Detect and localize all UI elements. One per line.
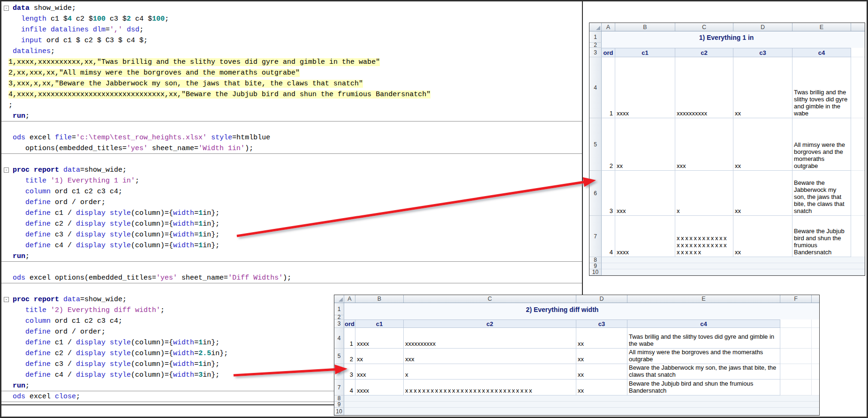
table-cell[interactable]: xx (576, 364, 627, 380)
column-header[interactable]: C (675, 23, 733, 31)
empty-row[interactable] (344, 395, 819, 402)
table-cell[interactable]: xxxx (615, 57, 675, 118)
row-header[interactable]: 4 (589, 57, 602, 118)
column-header[interactable]: F (780, 295, 812, 303)
column-header[interactable]: D (733, 23, 793, 31)
table-column-header[interactable]: c4 (627, 319, 780, 328)
empty-row[interactable] (344, 408, 819, 415)
table-column-header[interactable]: c2 (675, 48, 733, 57)
table-cell[interactable]: x (404, 364, 576, 380)
table-cell[interactable]: xxx (404, 349, 576, 364)
table-cell[interactable]: xxxxxxxxxxxxxxxxxxxxxxxxxxxxxx (404, 380, 576, 395)
table-cell[interactable]: xx (733, 57, 793, 118)
table-column-header[interactable]: c3 (576, 319, 627, 328)
table-cell[interactable]: 1 (602, 57, 615, 118)
row-header[interactable]: 2 (334, 315, 344, 319)
row-header[interactable]: 5 (334, 349, 344, 364)
table-cell[interactable]: xxxxxxxxxxxxxxxxxxxxxxxxxxxxxx (675, 216, 733, 257)
table-cell[interactable]: All mimsy were the borgroves and the mom… (793, 118, 851, 171)
table-cell[interactable]: 4 (602, 216, 615, 257)
column-header[interactable]: B (355, 295, 404, 303)
table-cell[interactable]: xxxx (355, 328, 404, 349)
table-cell[interactable]: Beware the Jabberwock my son, the jaws t… (627, 364, 780, 380)
table-cell[interactable]: 2 (344, 349, 355, 364)
table-cell[interactable]: xxx (615, 171, 675, 216)
empty-row[interactable] (602, 263, 865, 269)
table-cell[interactable]: 4 (344, 380, 355, 395)
fold-collapse-icon[interactable]: - (4, 6, 9, 11)
code-line: infile datalines dlm=',' dsd; (0, 24, 582, 35)
table-column-header[interactable]: ord (602, 48, 615, 57)
table-cell[interactable]: All mimsy were the borgroves and the mom… (627, 349, 780, 364)
table-cell[interactable]: 1 (344, 328, 355, 349)
table-cell[interactable]: Beware the Jubjub bird and shun the frum… (627, 380, 780, 395)
blank-cell[interactable] (780, 328, 812, 349)
screenshot-canvas: - data show_wide; length c1 $4 c2 $100 c… (0, 0, 868, 418)
row-header[interactable]: 9 (334, 402, 344, 408)
code-line: define c4 / display style(column)={width… (0, 240, 582, 251)
row-header[interactable]: 3 (589, 48, 602, 57)
row-header[interactable]: 1 (589, 31, 602, 43)
table-cell[interactable]: xxxxxxxxxx (404, 328, 576, 349)
row-header[interactable]: 4 (334, 328, 344, 349)
column-header[interactable]: C (404, 295, 576, 303)
empty-row[interactable] (602, 269, 865, 275)
fold-collapse-icon[interactable]: - (4, 167, 9, 173)
table-cell[interactable]: xx (733, 118, 793, 171)
empty-row[interactable] (344, 402, 819, 408)
column-header[interactable]: B (615, 23, 675, 31)
table-cell[interactable]: Twas brillig and the slithy toves did gy… (793, 57, 851, 118)
row-header[interactable]: 10 (334, 408, 344, 415)
table-cell[interactable]: xx (576, 328, 627, 349)
table-cell[interactable]: 3 (602, 171, 615, 216)
column-header[interactable]: A (602, 23, 615, 31)
table-cell[interactable]: xx (576, 380, 627, 395)
row-fill (812, 380, 819, 395)
table-column-header[interactable]: c1 (355, 319, 404, 328)
table-cell[interactable]: xx (733, 171, 793, 216)
row-header[interactable]: 5 (589, 118, 602, 171)
blank-cell[interactable] (780, 380, 812, 395)
row-header[interactable]: 2 (589, 43, 602, 48)
table-cell[interactable]: xxxx (615, 216, 675, 257)
table-column-header[interactable]: c4 (793, 48, 851, 57)
row-header[interactable]: 6 (589, 171, 602, 216)
table-cell[interactable]: 3 (344, 364, 355, 380)
table-cell[interactable]: x (675, 171, 733, 216)
table-cell[interactable]: Twas brillig and the slithy toves did gy… (627, 328, 780, 349)
table-cell[interactable]: 2 (602, 118, 615, 171)
table-column-header[interactable]: c3 (733, 48, 793, 57)
table-cell[interactable]: xxxxxxxxxx (675, 57, 733, 118)
table-column-header[interactable]: c2 (404, 319, 576, 328)
table-column-header[interactable]: c1 (615, 48, 675, 57)
column-header[interactable]: E (627, 295, 780, 303)
column-header[interactable]: A (344, 295, 355, 303)
empty-row[interactable] (602, 257, 865, 263)
sheet-title[interactable]: 2) Everything diff width (344, 303, 780, 315)
sheet-title[interactable]: 1) Everything 1 in (602, 31, 851, 43)
select-all-corner[interactable] (589, 23, 602, 31)
column-header-strip: ABCDEF (334, 295, 819, 303)
table-cell[interactable]: xxx (355, 364, 404, 380)
blank-cell[interactable] (780, 364, 812, 380)
table-cell[interactable]: Beware the Jubjub bird and shun the frum… (793, 216, 851, 257)
select-all-corner[interactable] (334, 295, 344, 303)
table-cell[interactable]: xxxx (355, 380, 404, 395)
table-cell[interactable]: xx (355, 349, 404, 364)
row-header[interactable]: 7 (589, 216, 602, 257)
column-header[interactable]: D (576, 295, 627, 303)
column-header[interactable]: E (793, 23, 851, 31)
table-cell[interactable]: xx (615, 118, 675, 171)
row-header[interactable]: 6 (334, 364, 344, 380)
row-header[interactable]: 7 (334, 380, 344, 395)
table-cell[interactable]: xxx (675, 118, 733, 171)
blank-cell[interactable] (780, 319, 812, 328)
row-header[interactable]: 10 (589, 269, 602, 275)
table-cell[interactable]: xx (733, 216, 793, 257)
table-cell[interactable]: xx (576, 349, 627, 364)
fold-collapse-icon[interactable]: - (4, 297, 9, 302)
table-column-header[interactable]: ord (344, 319, 355, 328)
blank-cell[interactable] (780, 349, 812, 364)
table-cell[interactable]: Beware the Jabberwock my son, the jaws t… (793, 171, 851, 216)
row-header[interactable]: 3 (334, 319, 344, 328)
